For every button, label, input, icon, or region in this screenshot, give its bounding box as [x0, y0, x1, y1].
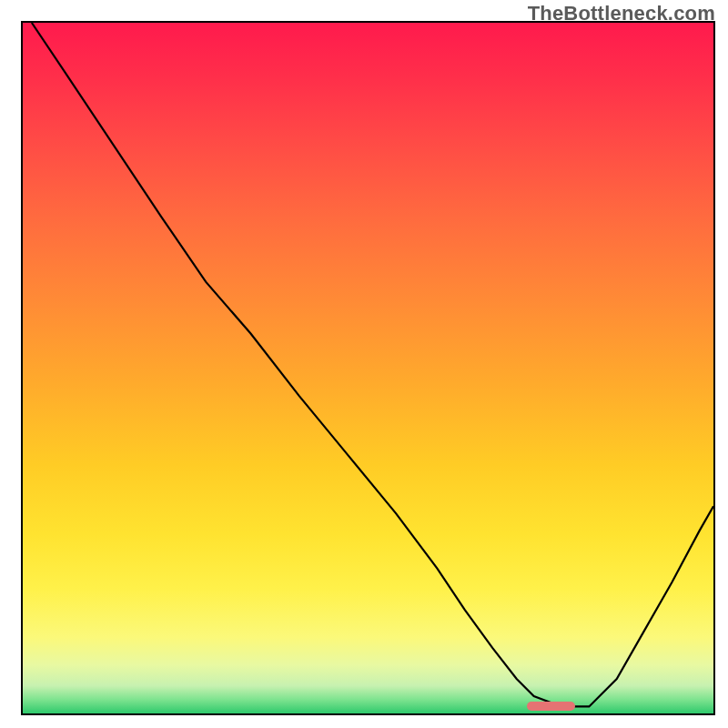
chart-plot-area — [21, 21, 715, 715]
bottleneck-curve — [23, 23, 713, 713]
optimal-range-marker — [527, 702, 575, 711]
